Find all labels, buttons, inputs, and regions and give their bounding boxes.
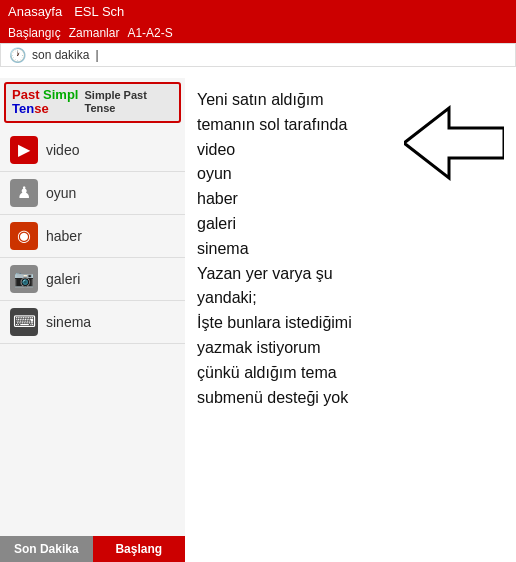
logo-past: Past (12, 87, 43, 102)
text-line10: İşte bunlara istediğimi (197, 314, 352, 331)
sinema-icon: ⌨ (10, 308, 38, 336)
text-line3: video (197, 141, 235, 158)
logo-se: se (34, 101, 48, 116)
text-line4: oyun (197, 165, 232, 182)
text-line6: galeri (197, 215, 236, 232)
baslangic-button[interactable]: Başlang (93, 536, 186, 562)
galeri-label: galeri (46, 271, 80, 287)
text-line8: Yazan yer varya şu (197, 265, 333, 282)
sidebar-item-video[interactable]: ▶ video (0, 129, 185, 172)
top-nav: Anasayfa ESL Sch (0, 0, 516, 23)
haber-icon: ◉ (10, 222, 38, 250)
title-line2: Tense (84, 102, 115, 114)
text-line11: yazmak istiyorum (197, 339, 321, 356)
nav-zamanlar[interactable]: Zamanlar (69, 26, 120, 40)
text-line13: submenü desteği yok (197, 389, 348, 406)
nav-esl[interactable]: ESL Sch (74, 4, 124, 19)
bottom-bar: Son Dakika Başlang (0, 536, 185, 562)
past-simple-widget[interactable]: Past Simpl Tense Simple Past Tense (4, 82, 181, 123)
main-content: Yeni satın aldığım temanın sol tarafında… (185, 78, 516, 562)
video-label: video (46, 142, 79, 158)
galeri-icon: 📷 (10, 265, 38, 293)
text-line7: sinema (197, 240, 249, 257)
second-nav: Başlangıç Zamanlar A1-A2-S (0, 23, 516, 43)
text-line12: çünkü aldığım tema (197, 364, 337, 381)
text-line2: temanın sol tarafında (197, 116, 347, 133)
sidebar-menu: ▶ video ♟ oyun ◉ haber 📷 galeri ⌨ sinema (0, 129, 185, 344)
logo-simple: Simpl (43, 87, 78, 102)
nav-level[interactable]: A1-A2-S (127, 26, 172, 40)
nav-baslangic[interactable]: Başlangıç (8, 26, 61, 40)
text-line9: yandaki; (197, 289, 257, 306)
sidebar-item-galeri[interactable]: 📷 galeri (0, 258, 185, 301)
sidebar-item-sinema[interactable]: ⌨ sinema (0, 301, 185, 344)
sinema-label: sinema (46, 314, 91, 330)
oyun-icon: ♟ (10, 179, 38, 207)
clock-icon: 🕐 (9, 47, 26, 63)
text-line1: Yeni satın aldığım (197, 91, 324, 108)
breaking-separator: | (95, 48, 98, 62)
svg-marker-0 (404, 108, 504, 178)
breaking-bar: 🕐 son dakika | (0, 43, 516, 67)
title-line1: Simple Past (84, 89, 146, 101)
nav-anasayfa[interactable]: Anasayfa (8, 4, 62, 19)
text-line5: haber (197, 190, 238, 207)
logo-tense: Ten (12, 101, 34, 116)
sidebar: Past Simpl Tense Simple Past Tense ▶ vid… (0, 78, 185, 562)
son-dakika-button[interactable]: Son Dakika (0, 536, 93, 562)
breaking-label: son dakika (32, 48, 89, 62)
video-icon: ▶ (10, 136, 38, 164)
sidebar-item-oyun[interactable]: ♟ oyun (0, 172, 185, 215)
sidebar-item-haber[interactable]: ◉ haber (0, 215, 185, 258)
past-simple-title: Simple Past Tense (84, 89, 146, 115)
left-arrow-icon (404, 98, 504, 188)
past-simple-logo: Past Simpl Tense (12, 88, 78, 117)
haber-label: haber (46, 228, 82, 244)
arrow-container (404, 98, 504, 192)
oyun-label: oyun (46, 185, 76, 201)
